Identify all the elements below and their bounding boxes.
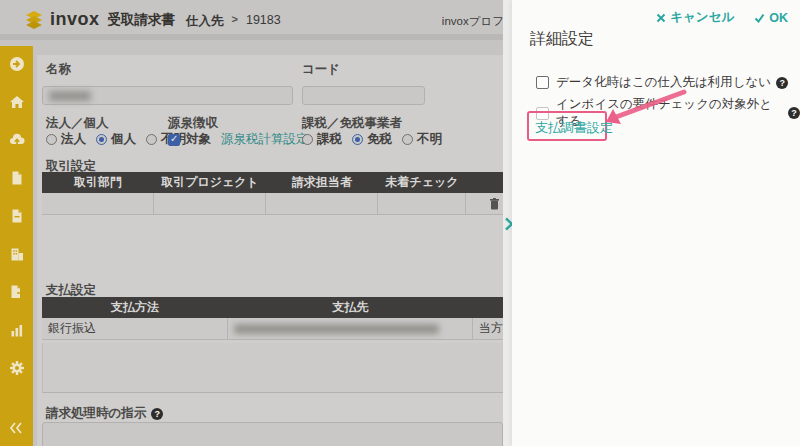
col-extra	[466, 172, 503, 193]
profile-menu[interactable]: invoxプロフ	[442, 14, 504, 29]
x-icon	[656, 13, 666, 23]
exclude-supplier-checkbox-row[interactable]: データ化時はこの仕入先は利用しない	[536, 74, 788, 91]
cell-project[interactable]	[154, 193, 266, 214]
cell-arrival-check[interactable]	[378, 193, 466, 214]
radio-label: 課税	[317, 131, 342, 148]
radio-icon-selected[interactable]	[96, 134, 107, 145]
radio-option-exempt[interactable]: 免税	[352, 131, 392, 148]
col-project: 取引プロジェクト	[154, 172, 266, 193]
col-arrival-check: 未着チェック	[378, 172, 466, 193]
code-label: コード	[302, 61, 340, 78]
circle-arrow-icon[interactable]	[9, 56, 25, 72]
app-window: invox 受取請求書 仕入先 > 19183 invoxプロフ	[0, 0, 800, 446]
transaction-table-header: 取引部門 取引プロジェクト 請求担当者 未着チェック	[42, 172, 503, 193]
entity-type-label: 法人／個人	[46, 115, 109, 132]
radio-option-taxable[interactable]: 課税	[302, 131, 342, 148]
redacted-payee-value	[234, 324, 439, 334]
sidebar-nav	[0, 46, 33, 446]
tax-status-group: 課税 免税 不明	[302, 131, 442, 148]
top-header: invox 受取請求書 仕入先 > 19183 invoxプロフ	[0, 0, 512, 40]
cancel-button[interactable]: キャンセル	[656, 9, 734, 26]
document-export-icon[interactable]	[9, 284, 25, 300]
radio-option-corporate[interactable]: 法人	[46, 131, 86, 148]
col-department: 取引部門	[42, 172, 154, 193]
withholding-label: 源泉徴収	[168, 115, 218, 132]
col-billing-person: 請求担当者	[266, 172, 378, 193]
radio-icon[interactable]	[302, 134, 313, 145]
help-icon[interactable]	[788, 107, 800, 119]
payment-table-header: 支払方法 支払先 手数料	[42, 297, 503, 318]
cell-billing-person[interactable]	[266, 193, 378, 214]
name-label: 名称	[46, 61, 71, 78]
document-icon[interactable]	[9, 170, 25, 186]
col-payment-method: 支払方法	[42, 297, 228, 318]
radio-label: 法人	[61, 131, 86, 148]
col-payee: 支払先	[228, 297, 473, 318]
ok-label: OK	[769, 11, 788, 25]
breadcrumb-section[interactable]: 仕入先	[186, 13, 224, 30]
radio-icon[interactable]	[46, 134, 57, 145]
instructions-input[interactable]	[42, 422, 503, 446]
cloud-upload-icon[interactable]	[9, 132, 25, 148]
name-input[interactable]	[42, 86, 293, 105]
detail-settings-panel: キャンセル OK 詳細設定 データ化時はこの仕入先は利用しない インボイスの要件…	[512, 0, 800, 446]
brand: invox 受取請求書	[24, 9, 175, 30]
payment-table-empty-area	[42, 343, 503, 393]
radio-option-individual[interactable]: 個人	[96, 131, 136, 148]
withholding-checkbox-label: 対象	[186, 131, 211, 148]
help-icon[interactable]	[776, 77, 788, 89]
instructions-label-row: 請求処理時の指示	[46, 405, 163, 422]
breadcrumb-separator: >	[232, 13, 238, 30]
home-icon[interactable]	[9, 94, 25, 110]
cell-payment-method[interactable]: 銀行振込	[42, 318, 228, 339]
help-icon[interactable]	[151, 408, 163, 420]
gear-icon[interactable]	[9, 360, 25, 376]
radio-icon-selected[interactable]	[352, 134, 363, 145]
radio-label: 個人	[111, 131, 136, 148]
withholding-checkbox[interactable]	[168, 134, 180, 146]
redacted-name-value	[49, 91, 91, 101]
invox-logo-icon	[24, 10, 44, 30]
instructions-label: 請求処理時の指示	[46, 405, 146, 422]
tax-status-label: 課税／免税事業者	[302, 115, 402, 132]
payment-report-settings-link[interactable]: 支払調書設定	[535, 119, 613, 137]
supplier-form-card: 名称 コード 法人／個人 源泉徴収 課税／免税事業者 法人 個人 不明	[37, 55, 503, 446]
withholding-calc-settings-link[interactable]: 源泉税計算設定	[221, 131, 309, 148]
company-icon[interactable]	[9, 246, 25, 262]
radio-icon[interactable]	[402, 134, 413, 145]
brand-name: invox	[50, 9, 100, 30]
col-fee: 手数料	[473, 297, 503, 318]
radio-label: 免税	[367, 131, 392, 148]
trash-icon[interactable]	[490, 198, 499, 210]
code-input[interactable]	[302, 86, 425, 105]
cell-row-actions	[466, 193, 503, 214]
radio-label: 不明	[417, 131, 442, 148]
payment-table-row[interactable]: 銀行振込 当方負担	[42, 318, 503, 340]
transaction-table-row[interactable]	[42, 193, 503, 215]
cancel-label: キャンセル	[670, 9, 734, 26]
panel-title: 詳細設定	[530, 29, 594, 50]
document-2-icon[interactable]	[9, 208, 25, 224]
panel-actions: キャンセル OK	[656, 9, 788, 26]
bar-chart-icon[interactable]	[9, 322, 25, 338]
exclude-supplier-checkbox[interactable]	[536, 76, 549, 89]
withholding-group: 対象 源泉税計算設定	[168, 131, 309, 148]
radio-option-unknown2[interactable]: 不明	[402, 131, 442, 148]
check-icon	[754, 13, 765, 23]
payment-table: 支払方法 支払先 手数料 銀行振込 当方負担	[42, 297, 503, 340]
breadcrumb: 仕入先 > 19183	[186, 13, 281, 30]
product-name: 受取請求書	[108, 11, 176, 29]
radio-icon[interactable]	[146, 134, 157, 145]
entity-type-group: 法人 個人 不明	[46, 131, 186, 148]
breadcrumb-id: 19183	[246, 13, 281, 30]
exclude-supplier-label: データ化時はこの仕入先は利用しない	[556, 74, 771, 91]
transaction-table: 取引部門 取引プロジェクト 請求担当者 未着チェック	[42, 172, 503, 215]
ok-button[interactable]: OK	[754, 9, 788, 26]
cell-fee[interactable]: 当方負担	[473, 318, 503, 339]
cell-payee[interactable]	[228, 318, 473, 339]
collapse-icon[interactable]	[8, 420, 24, 436]
cell-department[interactable]	[42, 193, 154, 214]
